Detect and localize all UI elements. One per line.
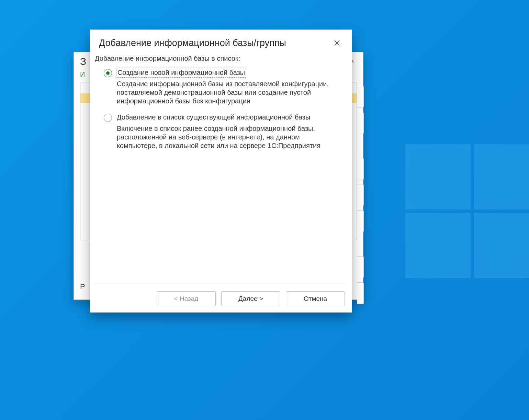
radio-create-new[interactable] xyxy=(104,69,112,77)
option-create-new-label: Создание новой информационной базы xyxy=(117,68,246,77)
next-button[interactable]: Далее > xyxy=(221,291,280,306)
back-button: < Назад xyxy=(157,291,216,306)
radio-add-existing[interactable] xyxy=(104,114,112,122)
option-create-new[interactable]: Создание новой информационной базы Созда… xyxy=(94,67,343,107)
launcher-title-fragment: З xyxy=(80,56,86,67)
option-add-existing-description: Включение в список ранее созданной инфор… xyxy=(117,124,337,150)
close-button[interactable] xyxy=(331,37,343,49)
launcher-side-button[interactable] xyxy=(357,256,364,278)
launcher-side-button[interactable] xyxy=(357,184,364,206)
dialog-header: Добавление информационной базы/группы xyxy=(90,30,352,52)
option-create-new-description: Создание информационной базы из поставля… xyxy=(117,80,337,105)
cancel-button[interactable]: Отмена xyxy=(286,291,345,306)
close-icon xyxy=(334,40,340,46)
launcher-side-button[interactable] xyxy=(357,86,364,108)
launcher-side-button[interactable] xyxy=(357,158,364,180)
launcher-footer-fragment: Р xyxy=(80,282,85,291)
launcher-side-buttons xyxy=(357,86,363,308)
launcher-side-button[interactable] xyxy=(357,282,364,304)
dialog-prompt: Добавление информационной базы в список: xyxy=(94,54,343,63)
dialog-body: Добавление информационной базы в список:… xyxy=(90,52,352,285)
windows-logo-decor xyxy=(405,144,529,282)
option-add-existing[interactable]: Добавление в список существующей информа… xyxy=(94,112,343,151)
add-infobase-dialog: Добавление информационной базы/группы До… xyxy=(90,30,352,313)
desktop-background: З × И Р Добавление информационной базы/г… xyxy=(0,0,529,420)
launcher-side-button[interactable] xyxy=(357,112,364,134)
dialog-footer: < Назад Далее > Отмена xyxy=(90,285,352,313)
option-add-existing-label: Добавление в список существующей информа… xyxy=(117,113,310,121)
launcher-side-button[interactable] xyxy=(357,210,364,232)
dialog-title: Добавление информационной базы/группы xyxy=(99,38,286,48)
